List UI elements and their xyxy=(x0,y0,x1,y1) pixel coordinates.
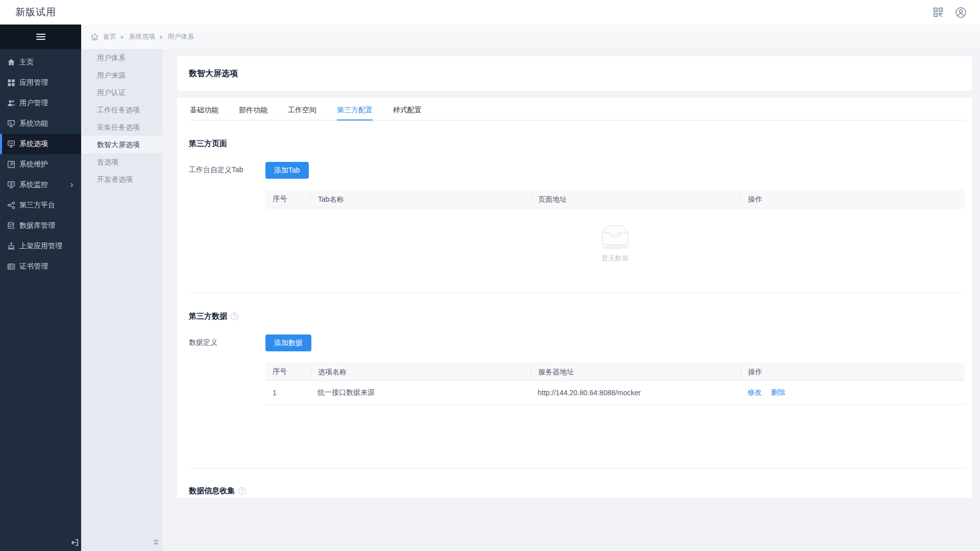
table-header-server-url: 服务器地址 xyxy=(531,367,741,376)
table-row: 1 统一接口数据来源 http://144.20.80.64:8088/mock… xyxy=(265,381,965,405)
edit-link[interactable]: 修改 xyxy=(748,388,762,396)
table-header-option-name: 选项名称 xyxy=(310,367,531,376)
upload-app-icon xyxy=(7,242,15,250)
share-nodes-icon xyxy=(7,201,15,209)
table-header-actions: 操作 xyxy=(741,367,965,376)
submenu-item-user-auth[interactable]: 用户认证 xyxy=(81,84,162,101)
cell-option-name: 统一接口数据来源 xyxy=(310,388,531,397)
sidebar-item-system-options[interactable]: 系统选项 xyxy=(0,134,81,154)
sidebar-item-home[interactable]: 主页 xyxy=(0,52,81,73)
submenu-item-user-system[interactable]: 用户体系 xyxy=(81,49,162,66)
tab-third-party-config[interactable]: 第三方配置 xyxy=(337,103,373,120)
page-title: 数智大屏选项 xyxy=(189,68,238,79)
section-divider xyxy=(189,293,965,293)
sidebar-toggle-button[interactable] xyxy=(0,25,81,49)
submenu-item-user-source[interactable]: 用户来源 xyxy=(81,66,162,84)
content-card: 基础功能 部件功能 工作空间 第三方配置 样式配置 第三方页面 工作台自定义Ta… xyxy=(177,98,972,498)
help-icon[interactable]: ? xyxy=(238,487,246,495)
table-header-actions: 操作 xyxy=(741,195,965,204)
sidebar-item-app-management[interactable]: 应用管理 xyxy=(0,73,81,93)
sidebar-item-label: 数据库管理 xyxy=(19,221,55,230)
sidebar-item-certificate-management[interactable]: 证书管理 xyxy=(0,256,81,277)
section-divider xyxy=(189,468,965,469)
add-data-button[interactable]: 添加数据 xyxy=(265,334,311,351)
table-header-tab-name: Tab名称 xyxy=(310,195,531,204)
topbar: 新版试用 xyxy=(0,0,980,25)
sidebar-item-label: 应用管理 xyxy=(19,78,48,87)
main-content: 数智大屏选项 基础功能 部件功能 工作空间 第三方配置 样式配置 第三方页面 xyxy=(162,49,980,551)
monitor-icon xyxy=(7,181,15,189)
collapse-sidebar-icon[interactable] xyxy=(70,538,79,547)
submenu-item-bigscreen-options[interactable]: 数智大屏选项 xyxy=(81,136,162,153)
tab-style-config[interactable]: 样式配置 xyxy=(393,103,422,120)
system-options-icon xyxy=(7,140,15,148)
apps-grid-icon xyxy=(7,79,15,87)
maintenance-icon xyxy=(7,160,15,169)
sidebar-item-system-monitor[interactable]: 系统监控 xyxy=(0,175,81,195)
user-avatar-icon[interactable] xyxy=(955,7,967,18)
submenu-item-collect-task-options[interactable]: 采集任务选项 xyxy=(81,118,162,136)
submenu-item-work-task-options[interactable]: 工作任务选项 xyxy=(81,101,162,118)
breadcrumb-item-system-options[interactable]: 系统选项 xyxy=(129,32,155,41)
database-icon xyxy=(7,222,15,230)
sidebar-item-label: 证书管理 xyxy=(19,262,48,271)
sidebar-item-label: 系统监控 xyxy=(19,180,48,189)
breadcrumb-item-home[interactable]: 首页 xyxy=(103,32,116,41)
sidebar: 主页 应用管理 用户管理 系统功能 系统选项 系统维护 xyxy=(0,25,81,551)
breadcrumb-item-user-system[interactable]: 用户体系 xyxy=(167,32,194,41)
sidebar-item-label: 上架应用管理 xyxy=(19,242,62,251)
breadcrumb-separator-icon: ▶ xyxy=(121,35,124,39)
table-header-index: 序号 xyxy=(265,367,310,376)
section-title-third-party-data: 第三方数据 xyxy=(189,312,227,321)
sidebar-item-label: 系统维护 xyxy=(19,160,48,169)
sidebar-item-app-publish-management[interactable]: 上架应用管理 xyxy=(0,236,81,256)
home-icon xyxy=(7,58,15,66)
sidebar-item-label: 系统功能 xyxy=(19,119,48,128)
sidebar-item-label: 主页 xyxy=(19,58,34,67)
submenu-resize-icon[interactable] xyxy=(152,538,160,546)
submenu-item-developer-options[interactable]: 开发者选项 xyxy=(81,171,162,188)
tab-widget-functions[interactable]: 部件功能 xyxy=(239,103,267,120)
field-label-data-definition: 数据定义 xyxy=(189,334,265,405)
custom-tab-table: 序号 Tab名称 页面地址 操作 xyxy=(265,190,965,277)
section-title-third-party-page: 第三方页面 xyxy=(189,139,227,149)
hamburger-icon xyxy=(36,32,45,41)
section-title-data-collection: 数据信息收集 xyxy=(189,486,235,496)
qr-code-icon[interactable] xyxy=(933,7,944,18)
sidebar-item-label: 系统选项 xyxy=(19,139,48,149)
breadcrumb-separator-icon: ▶ xyxy=(160,35,163,39)
cell-server-url: http://144.20.80.64:8088/mocker xyxy=(531,389,741,397)
sidebar-item-user-management[interactable]: 用户管理 xyxy=(0,93,81,113)
empty-inbox-icon xyxy=(597,223,633,250)
field-label-custom-tab: 工作台自定义Tab xyxy=(189,162,265,277)
data-source-table: 序号 选项名称 服务器地址 操作 1 统一接口数据来源 http://144.2… xyxy=(265,363,965,405)
sidebar-item-label: 第三方平台 xyxy=(19,201,55,210)
add-tab-button[interactable]: 添加Tab xyxy=(265,162,309,179)
chevron-right-icon xyxy=(69,183,74,187)
breadcrumb-home-icon[interactable] xyxy=(91,33,99,41)
certificate-icon xyxy=(7,262,15,271)
breadcrumb: 首页 ▶ 系统选项 ▶ 用户体系 xyxy=(81,25,980,49)
sidebar-item-label: 用户管理 xyxy=(19,99,48,108)
delete-link[interactable]: 删除 xyxy=(771,388,785,396)
system-functions-icon xyxy=(7,119,15,128)
users-icon xyxy=(7,99,15,107)
tab-bar: 基础功能 部件功能 工作空间 第三方配置 样式配置 xyxy=(189,103,965,121)
app-brand: 新版试用 xyxy=(15,6,56,19)
help-icon[interactable]: ? xyxy=(231,313,238,320)
sidebar-item-system-maintenance[interactable]: 系统维护 xyxy=(0,154,81,175)
sidebar-item-system-functions[interactable]: 系统功能 xyxy=(0,113,81,134)
submenu-sidebar: 用户体系 用户来源 用户认证 工作任务选项 采集任务选项 数智大屏选项 首选项 … xyxy=(81,49,162,551)
sidebar-item-database-management[interactable]: 数据库管理 xyxy=(0,215,81,236)
sidebar-item-third-party-platform[interactable]: 第三方平台 xyxy=(0,195,81,215)
tab-basic-functions[interactable]: 基础功能 xyxy=(190,103,218,120)
table-header-index: 序号 xyxy=(265,195,310,204)
table-header-page-url: 页面地址 xyxy=(531,195,741,204)
cell-index: 1 xyxy=(265,389,310,397)
submenu-item-preferences[interactable]: 首选项 xyxy=(81,153,162,171)
empty-state: 暂无数据 xyxy=(265,208,965,277)
empty-state-text: 暂无数据 xyxy=(602,254,628,263)
tab-workspace[interactable]: 工作空间 xyxy=(288,103,316,120)
